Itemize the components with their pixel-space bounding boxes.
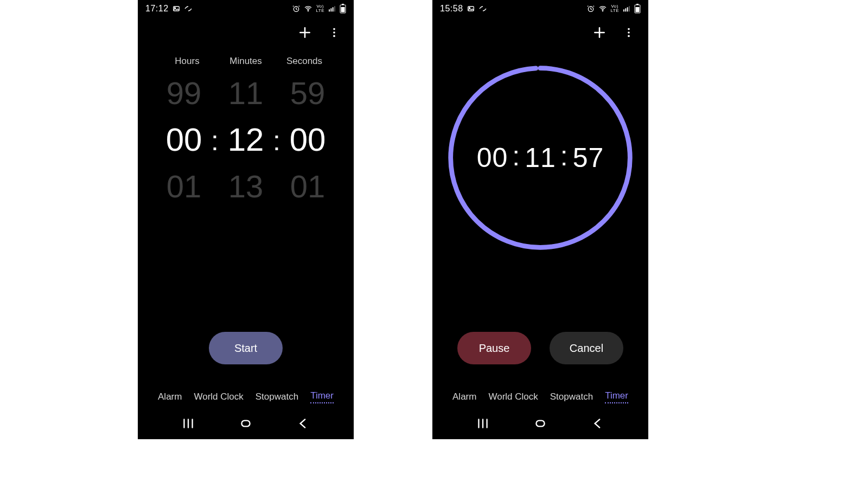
colon-sep: :	[559, 140, 570, 172]
volte-icon: Vo)LTE	[610, 4, 619, 13]
back-button[interactable]	[587, 413, 609, 434]
minutes-label: Minutes	[216, 56, 275, 67]
minutes-next: 13	[220, 163, 272, 210]
system-nav-bar	[432, 408, 648, 439]
home-button[interactable]	[235, 413, 257, 434]
seconds-label: Seconds	[275, 56, 334, 67]
tab-timer[interactable]: Timer	[310, 390, 334, 403]
pause-button[interactable]: Pause	[457, 332, 531, 364]
status-bar: 15:58 Vo)LTE	[432, 0, 648, 17]
near-icon	[184, 4, 193, 13]
wifi-icon	[304, 4, 312, 13]
screenshot-icon	[172, 4, 181, 13]
bottom-tabs: Alarm World Clock Stopwatch Timer	[432, 386, 648, 408]
status-bar: 17:12 Vo)LTE	[138, 0, 354, 17]
svg-rect-19	[623, 9, 624, 11]
hours-wheel[interactable]: 99 00 01	[158, 70, 210, 210]
svg-rect-22	[629, 6, 630, 11]
colon-sep: :	[511, 140, 521, 172]
phone-timer-setup: 17:12 Vo)LTE	[138, 0, 354, 439]
svg-point-26	[628, 28, 630, 30]
countdown-minutes: 11	[521, 142, 559, 174]
signal-icon	[622, 4, 631, 13]
more-options-button[interactable]	[324, 23, 344, 42]
tab-alarm[interactable]: Alarm	[158, 391, 182, 402]
more-options-button[interactable]	[619, 23, 639, 42]
system-nav-bar	[138, 408, 354, 439]
alarm-status-icon	[292, 4, 301, 13]
hours-prev: 99	[158, 70, 210, 117]
tab-alarm[interactable]: Alarm	[452, 391, 476, 402]
svg-rect-24	[636, 4, 639, 5]
svg-rect-7	[334, 6, 335, 11]
hours-selected: 00	[158, 117, 210, 163]
svg-rect-14	[241, 421, 250, 427]
svg-rect-6	[333, 7, 334, 11]
bottom-tabs: Alarm World Clock Stopwatch Timer	[138, 386, 354, 408]
svg-rect-21	[627, 7, 628, 11]
hours-next: 01	[158, 163, 210, 210]
app-bar	[432, 17, 648, 48]
svg-point-27	[628, 31, 630, 34]
svg-rect-15	[468, 7, 474, 11]
colon-sep: :	[272, 118, 282, 164]
start-button[interactable]: Start	[209, 332, 283, 364]
svg-rect-4	[329, 9, 330, 11]
battery-icon	[634, 4, 641, 14]
back-button[interactable]	[292, 413, 314, 434]
status-clock: 15:58	[440, 4, 463, 14]
minutes-prev: 11	[220, 70, 272, 117]
svg-point-11	[333, 28, 335, 30]
seconds-prev: 59	[282, 70, 334, 117]
svg-rect-0	[173, 7, 179, 11]
tab-stopwatch[interactable]: Stopwatch	[550, 391, 593, 402]
svg-point-28	[628, 35, 630, 37]
alarm-status-icon	[586, 4, 595, 13]
countdown-ring: 00 : 11 : 57	[446, 63, 635, 252]
colon-sep: :	[210, 118, 220, 164]
svg-point-13	[333, 35, 335, 37]
hours-label: Hours	[158, 56, 216, 67]
countdown-time: 00 : 11 : 57	[446, 63, 635, 252]
signal-icon	[328, 4, 336, 13]
picker-header: Hours Minutes Seconds	[138, 56, 354, 67]
svg-rect-5	[330, 8, 331, 11]
seconds-selected: 00	[282, 117, 334, 163]
countdown-seconds: 57	[570, 142, 608, 174]
svg-point-12	[333, 31, 335, 34]
screenshot-icon	[467, 4, 475, 13]
svg-rect-20	[625, 8, 626, 11]
time-picker[interactable]: 99 00 01 : 11 12 13 : 59 00 01	[138, 70, 354, 210]
seconds-next: 01	[282, 163, 334, 210]
add-timer-button[interactable]	[295, 23, 315, 42]
add-timer-button[interactable]	[590, 23, 609, 42]
battery-icon	[340, 4, 346, 14]
svg-rect-31	[536, 421, 544, 427]
app-bar	[138, 17, 354, 48]
tab-world-clock[interactable]: World Clock	[488, 391, 538, 402]
cancel-button[interactable]: Cancel	[550, 332, 623, 364]
status-clock: 17:12	[145, 4, 169, 14]
volte-icon: Vo)LTE	[316, 4, 324, 13]
svg-point-3	[308, 10, 309, 11]
tab-world-clock[interactable]: World Clock	[194, 391, 243, 402]
near-icon	[478, 4, 487, 13]
svg-rect-9	[342, 4, 344, 5]
recent-apps-button[interactable]	[472, 413, 494, 434]
wifi-icon	[598, 4, 607, 13]
tab-timer[interactable]: Timer	[605, 390, 628, 403]
tab-stopwatch[interactable]: Stopwatch	[256, 391, 298, 402]
minutes-selected: 12	[220, 117, 272, 163]
countdown-hours: 00	[474, 142, 512, 174]
recent-apps-button[interactable]	[177, 413, 199, 434]
svg-rect-25	[636, 7, 640, 12]
svg-point-18	[603, 10, 603, 11]
minutes-wheel[interactable]: 11 12 13	[220, 70, 272, 210]
home-button[interactable]	[529, 413, 551, 434]
phone-timer-running: 15:58 Vo)LTE	[432, 0, 648, 439]
seconds-wheel[interactable]: 59 00 01	[282, 70, 334, 210]
svg-rect-10	[341, 7, 345, 12]
